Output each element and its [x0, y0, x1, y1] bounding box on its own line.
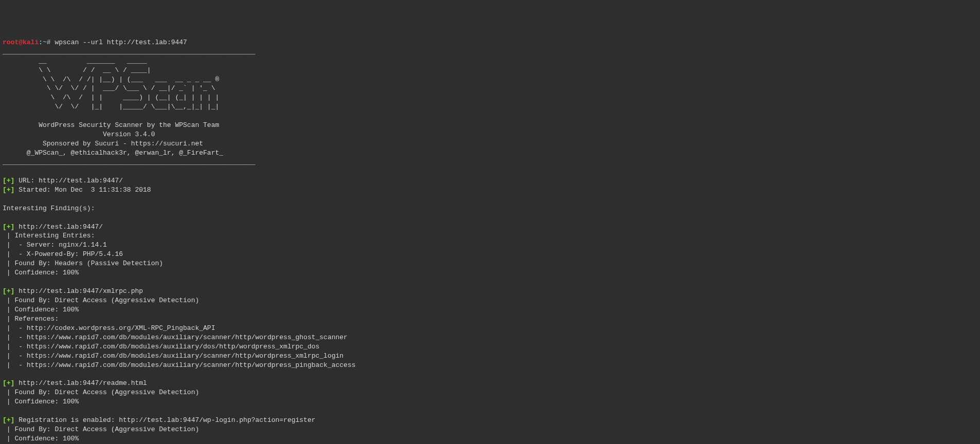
tagline-1: WordPress Security Scanner by the WPScan… — [3, 121, 219, 129]
ascii-art-line2: \ \ / / __ \ / ____| — [3, 66, 219, 74]
finding-line: | Confidence: 100% — [3, 306, 79, 313]
finding-line: | - https://www.rapid7.com/db/modules/au… — [3, 352, 343, 360]
finding-url: http://test.lab:9447/readme.html — [14, 379, 147, 387]
finding-line: | - http://codex.wordpress.org/XML-RPC_P… — [3, 324, 215, 332]
finding-line: | - https://www.rapid7.com/db/modules/au… — [3, 361, 356, 369]
finding-line: | Found By: Direct Access (Aggressive De… — [3, 297, 199, 304]
ascii-art-line5: \ /\ / | | ____) | (__| (_| | | | | — [3, 94, 219, 101]
tagline-4: @_WPScan_, @ethicalhack3r, @erwan_lr, @_… — [3, 149, 223, 157]
tagline-2: Version 3.4.0 — [3, 131, 155, 138]
finding-line: | Interesting Entries: — [3, 232, 95, 239]
ascii-art-line1: __ _______ _____ — [3, 57, 219, 65]
plus-marker: [+] — [3, 416, 14, 424]
prompt-path: ~ — [43, 39, 47, 46]
prompt-sep: : — [39, 39, 43, 46]
ascii-underline-bottom: ________________________________________… — [3, 158, 255, 166]
finding-line: | Confidence: 100% — [3, 435, 79, 442]
finding-line: | - https://www.rapid7.com/db/modules/au… — [3, 334, 348, 341]
ascii-art-line6: \/ \/ |_| |_____/ \___|\__,_|_| |_| — [3, 103, 219, 110]
url-line: URL: http://test.lab:9447/ — [14, 177, 123, 184]
command-text: wpscan --url http://test.lab:9447 — [51, 39, 187, 46]
finding-line: | Found By: Headers (Passive Detection) — [3, 260, 163, 267]
ascii-art-line3: \ \ /\ / /| |__) | (___ ___ __ _ _ __ ® — [3, 76, 219, 83]
plus-marker: [+] — [3, 287, 14, 295]
prompt-hash: # — [47, 39, 51, 46]
plus-marker: [+] — [3, 379, 14, 387]
terminal-output[interactable]: root@kali:~# wpscan --url http://test.la… — [0, 37, 980, 444]
finding-line: | Confidence: 100% — [3, 269, 79, 276]
finding-line: | Confidence: 100% — [3, 398, 79, 405]
plus-marker: [+] — [3, 177, 14, 184]
finding-line: | Found By: Direct Access (Aggressive De… — [3, 425, 199, 433]
started-line: Started: Mon Dec 3 11:31:38 2018 — [14, 186, 151, 194]
finding-line: | References: — [3, 315, 59, 323]
finding-url: http://test.lab:9447/xmlrpc.php — [14, 287, 143, 295]
finding-header: Interesting Finding(s): — [3, 205, 95, 212]
finding-registration: Registration is enabled: http://test.lab… — [14, 416, 315, 424]
finding-line: | - X-Powered-By: PHP/5.4.16 — [3, 250, 123, 258]
tagline-3: Sponsored by Sucuri - https://sucuri.net — [3, 140, 203, 147]
ascii-underline-top: ________________________________________… — [3, 48, 255, 55]
finding-line: | - Server: nginx/1.14.1 — [3, 241, 107, 249]
prompt-user: root@kali — [3, 39, 39, 46]
plus-marker: [+] — [3, 186, 14, 194]
plus-marker: [+] — [3, 223, 14, 231]
finding-line: | Found By: Direct Access (Aggressive De… — [3, 388, 199, 396]
finding-line: | - https://www.rapid7.com/db/modules/au… — [3, 343, 319, 350]
ascii-art-line4: \ \/ \/ / | ___/ \___ \ / __|/ _` | '_ \ — [3, 84, 219, 92]
finding-url: http://test.lab:9447/ — [14, 223, 103, 231]
